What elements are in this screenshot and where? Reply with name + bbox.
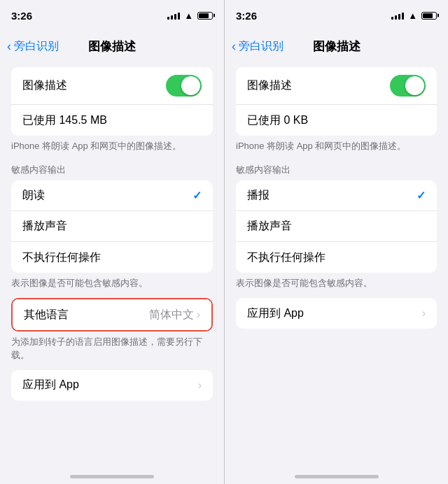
section-label-sensitive-left: 敏感内容输出 <box>0 161 224 180</box>
chevron-right-icon-apply-right: › <box>422 307 426 320</box>
home-bar-right <box>295 475 379 478</box>
section-other-lang-left: 其他语言 简体中文 › 为添加到转子的语言启用图像描述，需要另行下载。 <box>0 298 224 364</box>
row-none-left[interactable]: 不执行任何操作 <box>11 242 213 273</box>
nav-bar-left: ‹ 旁白识别 图像描述 <box>0 31 224 62</box>
none-label-right: 不执行任何操作 <box>247 250 326 265</box>
content-left: 图像描述 已使用 145.5 MB iPhone 将朗读 App 和网页中的图像… <box>0 62 224 460</box>
other-lang-label-left: 其他语言 <box>24 308 69 322</box>
content-right: 图像描述 已使用 0 KB iPhone 将朗读 App 和网页中的图像描述。 … <box>225 62 448 460</box>
status-icons-right: ▲ <box>391 10 437 21</box>
status-time-left: 3:26 <box>11 10 32 22</box>
card-sensitive-left: 朗读 ✓ 播放声音 不执行任何操作 <box>11 180 213 273</box>
toggle-label-left: 图像描述 <box>22 78 67 93</box>
home-bar-left <box>70 475 154 478</box>
section-sensitive-right: 敏感内容输出 播报 ✓ 播放声音 不执行任何操作 表示图像是否可能包含敏感内容。 <box>225 161 448 292</box>
row-other-lang-left[interactable]: 其他语言 简体中文 › <box>13 299 211 330</box>
back-button-left[interactable]: ‹ 旁白识别 <box>7 39 59 54</box>
wifi-icon-left: ▲ <box>184 10 193 21</box>
info-description-left: iPhone 将朗读 App 和网页中的图像描述。 <box>0 136 224 155</box>
row-apply-left[interactable]: 应用到 App › <box>11 370 213 401</box>
usage-label-right: 已使用 0 KB <box>247 113 308 128</box>
chevron-right-icon-apply-left: › <box>198 379 202 392</box>
apply-label-left: 应用到 App <box>22 378 79 392</box>
card-toggle-left: 图像描述 已使用 145.5 MB <box>11 67 213 136</box>
toggle-knob-left <box>181 76 200 95</box>
section-apply-right: 应用到 App › <box>225 298 448 329</box>
back-button-right[interactable]: ‹ 旁白识别 <box>232 39 284 54</box>
toggle-switch-left[interactable] <box>166 75 202 97</box>
battery-icon-right <box>421 12 437 20</box>
info-description-right: iPhone 将朗读 App 和网页中的图像描述。 <box>225 136 448 155</box>
usage-label-left: 已使用 145.5 MB <box>22 113 107 128</box>
status-bar-right: 3:26 ▲ <box>225 0 448 31</box>
signal-icon-left <box>167 11 180 20</box>
wifi-icon-right: ▲ <box>408 10 417 21</box>
row-sound-left[interactable]: 播放声音 <box>11 211 213 242</box>
toggle-switch-right[interactable] <box>390 75 426 97</box>
section-toggle-right: 图像描述 已使用 0 KB iPhone 将朗读 App 和网页中的图像描述。 <box>225 67 448 155</box>
row-none-right[interactable]: 不执行任何操作 <box>236 242 437 273</box>
row-sound-right[interactable]: 播放声音 <box>236 211 437 242</box>
screen-left: 3:26 ▲ ‹ 旁白识别 图像描述 图像描述 <box>0 0 224 484</box>
toggle-knob-right <box>405 76 424 95</box>
checkmark-read-left: ✓ <box>192 189 202 202</box>
nav-bar-right: ‹ 旁白识别 图像描述 <box>225 31 448 62</box>
nav-title-right: 图像描述 <box>313 38 360 55</box>
back-chevron-icon-right: ‹ <box>232 39 236 54</box>
card-apply-left: 应用到 App › <box>11 370 213 401</box>
battery-icon-left <box>197 12 213 20</box>
home-indicator-left <box>0 460 224 484</box>
section-sensitive-left: 敏感内容输出 朗读 ✓ 播放声音 不执行任何操作 表示图像是否可能包含敏感内容。 <box>0 161 224 292</box>
row-usage-left: 已使用 145.5 MB <box>11 105 213 136</box>
row-toggle-left[interactable]: 图像描述 <box>11 67 213 105</box>
back-label-right: 旁白识别 <box>239 39 284 54</box>
broadcast-label-right: 播报 <box>247 188 270 203</box>
row-usage-right: 已使用 0 KB <box>236 105 437 136</box>
toggle-label-right: 图像描述 <box>247 78 292 93</box>
status-time-right: 3:26 <box>236 10 257 22</box>
status-bar-left: 3:26 ▲ <box>0 0 224 31</box>
back-chevron-icon-left: ‹ <box>7 39 11 54</box>
info-sensitive-left: 表示图像是否可能包含敏感内容。 <box>0 273 224 292</box>
section-apply-left: 应用到 App › <box>0 370 224 401</box>
card-other-lang-left: 其他语言 简体中文 › <box>11 298 213 332</box>
signal-icon-right <box>391 11 404 20</box>
checkmark-broadcast-right: ✓ <box>416 189 426 202</box>
sound-label-right: 播放声音 <box>247 219 292 234</box>
apply-label-right: 应用到 App <box>247 306 304 321</box>
status-icons-left: ▲ <box>167 10 213 21</box>
sound-label-left: 播放声音 <box>22 219 67 234</box>
section-toggle-left: 图像描述 已使用 145.5 MB iPhone 将朗读 App 和网页中的图像… <box>0 67 224 155</box>
row-read-left[interactable]: 朗读 ✓ <box>11 180 213 211</box>
chevron-right-icon-lang-left: › <box>197 308 200 321</box>
home-indicator-right <box>225 460 448 484</box>
info-sensitive-right: 表示图像是否可能包含敏感内容。 <box>225 273 448 292</box>
card-toggle-right: 图像描述 已使用 0 KB <box>236 67 437 136</box>
nav-title-left: 图像描述 <box>88 38 136 55</box>
card-sensitive-right: 播报 ✓ 播放声音 不执行任何操作 <box>236 180 437 273</box>
other-lang-value-left: 简体中文 <box>149 308 194 322</box>
read-label-left: 朗读 <box>22 188 45 203</box>
back-label-left: 旁白识别 <box>14 39 59 54</box>
screen-right: 3:26 ▲ ‹ 旁白识别 图像描述 图像描述 <box>224 0 448 484</box>
section-label-sensitive-right: 敏感内容输出 <box>225 161 448 180</box>
row-toggle-right[interactable]: 图像描述 <box>236 67 437 105</box>
row-apply-right[interactable]: 应用到 App › <box>236 298 437 329</box>
row-broadcast-right[interactable]: 播报 ✓ <box>236 180 437 211</box>
card-apply-right: 应用到 App › <box>236 298 437 329</box>
info-other-lang-left: 为添加到转子的语言启用图像描述，需要另行下载。 <box>0 332 224 364</box>
none-label-left: 不执行任何操作 <box>22 250 101 265</box>
